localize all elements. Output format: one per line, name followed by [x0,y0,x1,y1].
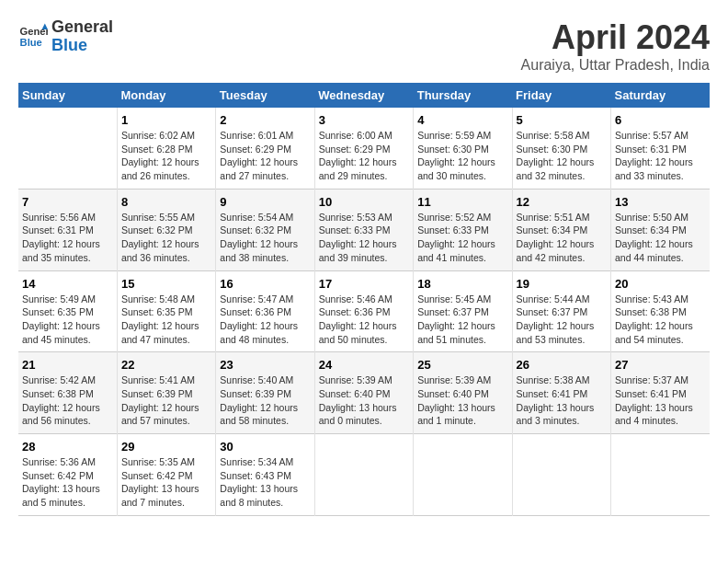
day-cell: 27Sunrise: 5:37 AM Sunset: 6:41 PM Dayli… [611,352,710,434]
day-number: 21 [22,358,113,372]
day-cell [18,108,117,189]
day-cell: 5Sunrise: 5:58 AM Sunset: 6:30 PM Daylig… [512,108,610,189]
day-cell: 2Sunrise: 6:01 AM Sunset: 6:29 PM Daylig… [216,108,314,189]
day-info: Sunrise: 5:55 AM Sunset: 6:32 PM Dayligh… [121,211,211,265]
day-number: 6 [615,113,706,127]
calendar-table: SundayMondayTuesdayWednesdayThursdayFrid… [18,83,710,516]
day-info: Sunrise: 5:34 AM Sunset: 6:43 PM Dayligh… [220,455,310,510]
calendar-title: April 2024 [521,18,710,57]
day-info: Sunrise: 5:54 AM Sunset: 6:32 PM Dayligh… [220,211,310,265]
day-cell: 8Sunrise: 5:55 AM Sunset: 6:32 PM Daylig… [117,189,215,270]
week-row-1: 1Sunrise: 6:02 AM Sunset: 6:28 PM Daylig… [18,108,710,189]
day-info: Sunrise: 5:44 AM Sunset: 6:37 PM Dayligh… [517,293,607,347]
day-cell: 19Sunrise: 5:44 AM Sunset: 6:37 PM Dayli… [512,270,610,352]
day-number: 3 [319,113,409,127]
day-number: 16 [220,277,310,291]
logo-icon: General Blue [18,22,48,52]
day-cell: 18Sunrise: 5:45 AM Sunset: 6:37 PM Dayli… [414,270,512,352]
day-cell: 9Sunrise: 5:54 AM Sunset: 6:32 PM Daylig… [216,189,314,270]
day-number: 23 [220,358,310,372]
day-cell: 15Sunrise: 5:48 AM Sunset: 6:35 PM Dayli… [117,270,215,352]
day-number: 27 [615,358,706,372]
day-number: 12 [517,195,607,209]
day-cell: 20Sunrise: 5:43 AM Sunset: 6:38 PM Dayli… [611,270,710,352]
day-cell: 13Sunrise: 5:50 AM Sunset: 6:34 PM Dayli… [611,189,710,270]
week-row-2: 7Sunrise: 5:56 AM Sunset: 6:31 PM Daylig… [18,189,710,270]
day-number: 8 [121,195,211,209]
day-number: 20 [615,277,706,291]
day-number: 5 [517,113,607,127]
day-cell [611,434,710,516]
day-info: Sunrise: 6:01 AM Sunset: 6:29 PM Dayligh… [220,129,310,183]
day-cell [512,434,610,516]
day-number: 25 [417,358,507,372]
day-info: Sunrise: 5:42 AM Sunset: 6:38 PM Dayligh… [22,373,113,428]
day-number: 30 [220,440,310,454]
logo-text-general: General [51,18,113,37]
day-cell [414,434,512,516]
day-number: 15 [121,277,211,291]
day-number: 1 [121,113,211,127]
day-number: 13 [615,195,706,209]
day-cell: 24Sunrise: 5:39 AM Sunset: 6:40 PM Dayli… [314,352,413,434]
column-header-thursday: Thursday [414,83,512,108]
day-info: Sunrise: 5:52 AM Sunset: 6:33 PM Dayligh… [417,211,507,265]
day-info: Sunrise: 5:57 AM Sunset: 6:31 PM Dayligh… [615,129,706,183]
column-header-monday: Monday [117,83,215,108]
column-header-saturday: Saturday [611,83,710,108]
day-info: Sunrise: 5:53 AM Sunset: 6:33 PM Dayligh… [319,211,409,265]
day-number: 7 [22,195,113,209]
week-row-4: 21Sunrise: 5:42 AM Sunset: 6:38 PM Dayli… [18,352,710,434]
day-cell: 14Sunrise: 5:49 AM Sunset: 6:35 PM Dayli… [18,270,117,352]
calendar-header-row: SundayMondayTuesdayWednesdayThursdayFrid… [18,83,710,108]
day-cell: 28Sunrise: 5:36 AM Sunset: 6:42 PM Dayli… [18,434,117,516]
day-number: 10 [319,195,409,209]
day-cell: 25Sunrise: 5:39 AM Sunset: 6:40 PM Dayli… [414,352,512,434]
day-number: 2 [220,113,310,127]
day-number: 17 [319,277,409,291]
day-info: Sunrise: 5:39 AM Sunset: 6:40 PM Dayligh… [417,373,507,428]
day-info: Sunrise: 5:36 AM Sunset: 6:42 PM Dayligh… [22,455,113,510]
week-row-3: 14Sunrise: 5:49 AM Sunset: 6:35 PM Dayli… [18,270,710,352]
column-header-wednesday: Wednesday [314,83,413,108]
day-cell: 11Sunrise: 5:52 AM Sunset: 6:33 PM Dayli… [414,189,512,270]
day-info: Sunrise: 5:43 AM Sunset: 6:38 PM Dayligh… [615,293,706,347]
week-row-5: 28Sunrise: 5:36 AM Sunset: 6:42 PM Dayli… [18,434,710,516]
day-cell: 10Sunrise: 5:53 AM Sunset: 6:33 PM Dayli… [314,189,413,270]
day-number: 29 [121,440,211,454]
day-info: Sunrise: 5:49 AM Sunset: 6:35 PM Dayligh… [22,293,113,347]
day-info: Sunrise: 5:39 AM Sunset: 6:40 PM Dayligh… [319,373,409,428]
day-number: 14 [22,277,113,291]
day-cell: 1Sunrise: 6:02 AM Sunset: 6:28 PM Daylig… [117,108,215,189]
day-number: 11 [417,195,507,209]
day-number: 4 [417,113,507,127]
page-header: General Blue General Blue April 2024 Aur… [18,18,710,74]
calendar-subtitle: Auraiya, Uttar Pradesh, India [521,57,710,74]
day-info: Sunrise: 5:58 AM Sunset: 6:30 PM Dayligh… [517,129,607,183]
day-cell: 29Sunrise: 5:35 AM Sunset: 6:42 PM Dayli… [117,434,215,516]
day-info: Sunrise: 5:46 AM Sunset: 6:36 PM Dayligh… [319,293,409,347]
day-info: Sunrise: 5:51 AM Sunset: 6:34 PM Dayligh… [517,211,607,265]
day-number: 26 [517,358,607,372]
column-header-friday: Friday [512,83,610,108]
logo: General Blue General Blue [18,18,113,55]
svg-text:Blue: Blue [20,36,42,47]
day-cell: 21Sunrise: 5:42 AM Sunset: 6:38 PM Dayli… [18,352,117,434]
day-number: 18 [417,277,507,291]
day-cell: 4Sunrise: 5:59 AM Sunset: 6:30 PM Daylig… [414,108,512,189]
day-info: Sunrise: 5:48 AM Sunset: 6:35 PM Dayligh… [121,293,211,347]
day-cell: 30Sunrise: 5:34 AM Sunset: 6:43 PM Dayli… [216,434,314,516]
day-info: Sunrise: 5:37 AM Sunset: 6:41 PM Dayligh… [615,373,706,428]
day-cell: 7Sunrise: 5:56 AM Sunset: 6:31 PM Daylig… [18,189,117,270]
day-cell: 22Sunrise: 5:41 AM Sunset: 6:39 PM Dayli… [117,352,215,434]
day-info: Sunrise: 5:50 AM Sunset: 6:34 PM Dayligh… [615,211,706,265]
day-info: Sunrise: 5:35 AM Sunset: 6:42 PM Dayligh… [121,455,211,510]
day-number: 22 [121,358,211,372]
day-cell: 17Sunrise: 5:46 AM Sunset: 6:36 PM Dayli… [314,270,413,352]
day-cell [314,434,413,516]
day-info: Sunrise: 5:40 AM Sunset: 6:39 PM Dayligh… [220,373,310,428]
day-cell: 23Sunrise: 5:40 AM Sunset: 6:39 PM Dayli… [216,352,314,434]
day-info: Sunrise: 5:47 AM Sunset: 6:36 PM Dayligh… [220,293,310,347]
day-info: Sunrise: 5:56 AM Sunset: 6:31 PM Dayligh… [22,211,113,265]
day-info: Sunrise: 5:38 AM Sunset: 6:41 PM Dayligh… [517,373,607,428]
